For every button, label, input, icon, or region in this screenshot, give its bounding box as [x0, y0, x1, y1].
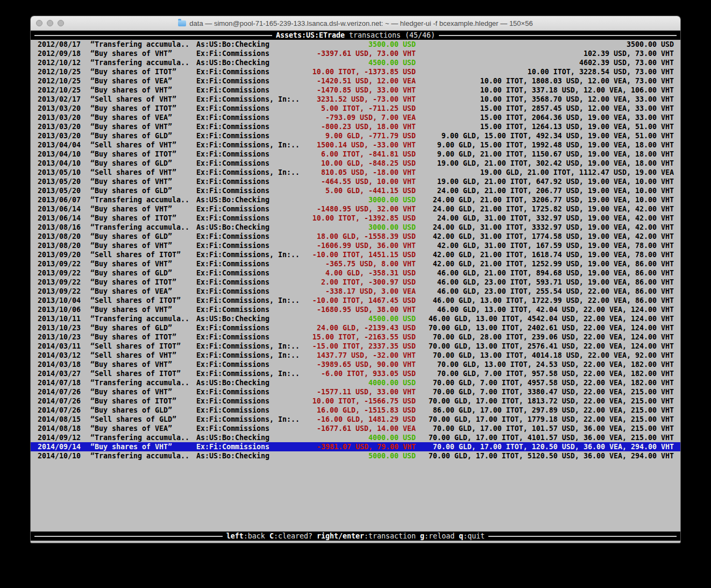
txn-account: Ex:Fi:Commissions	[196, 104, 301, 113]
txn-account: Ex:Fi:Commissions	[196, 150, 301, 159]
txn-amount: -15.00 ITOT, 2337.35 USD	[301, 342, 416, 351]
transaction-row[interactable]: 2014/09/12“Transfering accumula..As:US:B…	[31, 433, 680, 442]
transaction-row[interactable]: 2014/07/26“Buy shares of GLD”Ex:Fi:Commi…	[31, 406, 680, 415]
transaction-row[interactable]: 2013/10/11“Transfering accumula..As:US:B…	[31, 314, 680, 323]
txn-balance: 42.00 GLD, 31.00 ITOT, 1774.58 USD, 19.0…	[416, 232, 680, 241]
transaction-row[interactable]: 2014/10/10“Transfering accumula..As:US:B…	[31, 451, 680, 461]
txn-date: 2014/07/26	[38, 406, 90, 415]
key-hint-key: C	[269, 532, 274, 540]
txn-description: “Buy shares of VHT”	[90, 259, 196, 268]
transaction-row[interactable]: 2013/05/10“Sell shares of VHT”Ex:Fi:Comm…	[31, 168, 680, 177]
transaction-row[interactable]: 2014/08/18“Buy shares of VEA”Ex:Fi:Commi…	[31, 424, 680, 433]
txn-account: Ex:Fi:Commissions	[196, 268, 301, 278]
txn-account: Ex:Fi:Commissions	[196, 305, 301, 314]
transaction-row[interactable]: 2013/10/06“Buy shares of VHT”Ex:Fi:Commi…	[31, 305, 680, 314]
transaction-row[interactable]: 2013/10/23“Buy shares of GLD”Ex:Fi:Commi…	[31, 323, 680, 332]
txn-amount: 4000.00 USD	[301, 378, 416, 387]
txn-amount: -338.17 USD, 3.00 VEA	[301, 287, 416, 296]
txn-date: 2013/06/07	[38, 195, 90, 204]
transaction-row[interactable]: 2013/09/20“Sell shares of ITOT”Ex:Fi:Com…	[31, 250, 680, 259]
key-hint-key: left	[226, 532, 244, 540]
transaction-row[interactable]: 2012/09/18“Buy shares of VHT”Ex:Fi:Commi…	[31, 49, 680, 58]
transaction-row[interactable]: 2014/03/27“Sell shares of ITOT”Ex:Fi:Com…	[31, 369, 680, 378]
transaction-row[interactable]: 2013/02/17“Sell shares of VHT”Ex:Fi:Comm…	[31, 95, 680, 104]
txn-balance: 70.00 GLD, 17.00 ITOT, 5120.50 USD, 36.0…	[416, 451, 680, 461]
txn-date: 2014/09/14	[38, 442, 90, 451]
transaction-row[interactable]: 2013/10/23“Buy shares of ITOT”Ex:Fi:Comm…	[31, 332, 680, 342]
transaction-row[interactable]: 2013/06/14“Buy shares of ITOT”Ex:Fi:Comm…	[31, 214, 680, 223]
txn-account: Ex:Fi:Commissions, In:..	[196, 351, 301, 360]
txn-balance: 10.00 ITOT, 3228.54 USD, 73.00 VHT	[416, 67, 680, 76]
txn-account: Ex:Fi:Commissions	[196, 387, 301, 396]
transaction-row[interactable]: 2013/09/22“Buy shares of VHT”Ex:Fi:Commi…	[31, 259, 680, 268]
txn-date: 2014/03/27	[38, 369, 90, 378]
txn-account: As:US:Bo:Checking	[196, 58, 301, 67]
transaction-row[interactable]: 2013/10/04“Sell shares of ITOT”Ex:Fi:Com…	[31, 296, 680, 305]
transaction-row[interactable]: 2013/09/22“Buy shares of VEA”Ex:Fi:Commi…	[31, 287, 680, 296]
transaction-row[interactable]: 2014/07/26“Buy shares of ITOT”Ex:Fi:Comm…	[31, 396, 680, 406]
transaction-row[interactable]: 2013/08/20“Buy shares of GLD”Ex:Fi:Commi…	[31, 232, 680, 241]
terminal-empty-area	[31, 461, 680, 532]
txn-balance: 24.00 GLD, 31.00 ITOT, 332.97 USD, 19.00…	[416, 214, 680, 223]
transaction-row[interactable]: 2012/08/17“Transfering accumula..As:US:B…	[31, 40, 680, 49]
txn-balance: 19.00 GLD, 21.00 ITOT, 1112.47 USD, 19.0…	[416, 168, 680, 177]
transaction-row[interactable]: 2014/03/18“Buy shares of VHT”Ex:Fi:Commi…	[31, 360, 680, 369]
transaction-row[interactable]: 2012/10/25“Buy shares of ITOT”Ex:Fi:Comm…	[31, 67, 680, 76]
txn-date: 2013/03/20	[38, 113, 90, 122]
transaction-row[interactable]: 2013/03/20“Buy shares of VHT”Ex:Fi:Commi…	[31, 122, 680, 131]
txn-date: 2014/07/26	[38, 387, 90, 396]
txn-balance: 9.00 GLD, 21.00 ITOT, 1150.67 USD, 19.00…	[416, 150, 680, 159]
txn-amount: -800.23 USD, 18.00 VHT	[301, 122, 416, 131]
minimize-button[interactable]	[47, 20, 53, 26]
transaction-row[interactable]: 2013/09/22“Buy shares of ITOT”Ex:Fi:Comm…	[31, 278, 680, 287]
transaction-row[interactable]: 2014/07/18“Transfering accumula..As:US:B…	[31, 378, 680, 387]
txn-date: 2013/02/17	[38, 95, 90, 104]
transaction-row[interactable]: 2013/03/20“Buy shares of ITOT”Ex:Fi:Comm…	[31, 104, 680, 113]
transaction-row-selected[interactable]: 2014/09/14“Buy shares of VHT”Ex:Fi:Commi…	[31, 442, 680, 451]
txn-date: 2013/10/23	[38, 323, 90, 332]
transaction-row[interactable]: 2013/03/20“Buy shares of GLD”Ex:Fi:Commi…	[31, 131, 680, 140]
txn-amount: -793.09 USD, 7.00 VEA	[301, 113, 416, 122]
key-hint-key: q	[459, 532, 463, 540]
transaction-row[interactable]: 2013/05/20“Buy shares of GLD”Ex:Fi:Commi…	[31, 186, 680, 195]
txn-balance: 70.00 GLD, 13.00 ITOT, 2576.41 USD, 22.0…	[416, 342, 680, 351]
txn-amount: -464.55 USD, 10.00 VHT	[301, 177, 416, 186]
txn-date: 2013/05/10	[38, 168, 90, 177]
transaction-row[interactable]: 2013/06/14“Buy shares of VHT”Ex:Fi:Commi…	[31, 204, 680, 214]
transaction-row[interactable]: 2012/10/25“Buy shares of VHT”Ex:Fi:Commi…	[31, 86, 680, 95]
transaction-row[interactable]: 2013/04/10“Buy shares of GLD”Ex:Fi:Commi…	[31, 159, 680, 168]
txn-balance: 102.39 USD, 73.00 VHT	[416, 49, 680, 58]
transaction-row[interactable]: 2014/08/15“Sell shares of GLD”Ex:Fi:Comm…	[31, 415, 680, 424]
close-button[interactable]	[36, 20, 42, 26]
top-bar-line-right	[439, 35, 677, 36]
transaction-row[interactable]: 2012/10/25“Buy shares of VEA”Ex:Fi:Commi…	[31, 76, 680, 86]
transaction-row[interactable]: 2013/04/10“Buy shares of ITOT”Ex:Fi:Comm…	[31, 150, 680, 159]
txn-amount: 18.00 GLD, -1558.39 USD	[301, 232, 416, 241]
transaction-row[interactable]: 2012/10/12“Transfering accumula..As:US:B…	[31, 58, 680, 67]
transaction-row[interactable]: 2013/03/20“Buy shares of VEA”Ex:Fi:Commi…	[31, 113, 680, 122]
transaction-row[interactable]: 2013/05/20“Buy shares of VHT”Ex:Fi:Commi…	[31, 177, 680, 186]
zoom-button[interactable]	[58, 20, 64, 26]
transaction-row[interactable]: 2013/08/20“Buy shares of VHT”Ex:Fi:Commi…	[31, 241, 680, 250]
hledger-top-bar: Assets:US:ETrade transactions (45/46)	[31, 31, 680, 40]
txn-account: Ex:Fi:Commissions	[196, 442, 301, 451]
txn-description: “Buy shares of VHT”	[90, 241, 196, 250]
txn-date: 2013/09/20	[38, 250, 90, 259]
txn-account: Ex:Fi:Commissions, In:..	[196, 369, 301, 378]
transaction-row[interactable]: 2013/06/07“Transfering accumula..As:US:B…	[31, 195, 680, 204]
transaction-row[interactable]: 2013/04/04“Sell shares of VHT”Ex:Fi:Comm…	[31, 140, 680, 150]
txn-date: 2013/08/16	[38, 223, 90, 232]
txn-balance: 70.00 GLD, 13.00 ITOT, 4014.18 USD, 22.0…	[416, 351, 680, 360]
transaction-row[interactable]: 2014/07/26“Buy shares of VHT”Ex:Fi:Commi…	[31, 387, 680, 396]
txn-balance: 46.00 GLD, 13.00 ITOT, 42.04 USD, 22.00 …	[416, 305, 680, 314]
transaction-row[interactable]: 2014/03/11“Sell shares of ITOT”Ex:Fi:Com…	[31, 342, 680, 351]
transaction-row[interactable]: 2014/03/12“Sell shares of VHT”Ex:Fi:Comm…	[31, 351, 680, 360]
txn-amount: 4.00 GLD, -358.31 USD	[301, 268, 416, 278]
transaction-row[interactable]: 2013/08/16“Transfering accumula..As:US:B…	[31, 223, 680, 232]
txn-amount: 24.00 GLD, -2139.43 USD	[301, 323, 416, 332]
titlebar[interactable]: data — simon@pool-71-165-239-133.lsanca.…	[31, 16, 680, 31]
txn-balance: 70.00 GLD, 17.00 ITOT, 1779.18 USD, 22.0…	[416, 415, 680, 424]
txn-description: “Transfering accumula..	[90, 40, 196, 49]
transaction-row[interactable]: 2013/09/22“Buy shares of GLD”Ex:Fi:Commi…	[31, 268, 680, 278]
txn-date: 2012/08/17	[38, 40, 90, 49]
